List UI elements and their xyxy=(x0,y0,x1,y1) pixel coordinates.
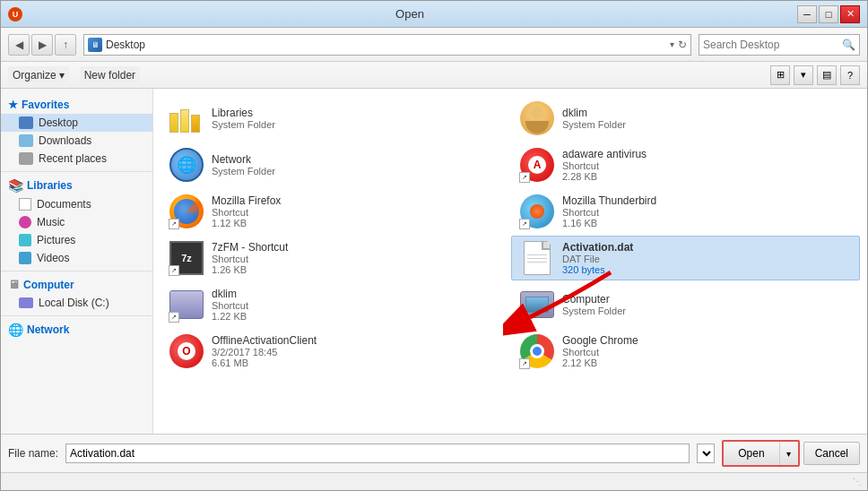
file-size-activation-dat: 320 bytes xyxy=(562,264,852,275)
sidebar-item-local-disk[interactable]: Local Disk (C:) xyxy=(1,294,152,312)
offline-activation-icon: O xyxy=(169,334,204,368)
chrome-shortcut-overlay: ↗ xyxy=(519,358,530,369)
network-icon-sm: 🌐 xyxy=(8,323,23,337)
back-button[interactable]: ◀ xyxy=(8,34,30,56)
adaware-shortcut-overlay: ↗ xyxy=(519,172,530,183)
file-item-activation-dat[interactable]: Activation.dat DAT File 320 bytes xyxy=(511,236,860,280)
close-button[interactable]: ✕ xyxy=(840,5,860,23)
sidebar-divider-1 xyxy=(1,171,152,172)
file-item-thunderbird[interactable]: ↗ Mozilla Thunderbird Shortcut 1.16 KB xyxy=(511,189,860,234)
desktop-folder-icon xyxy=(19,116,33,129)
help-button[interactable]: ? xyxy=(840,65,860,85)
file-size-adaware: 2.28 KB xyxy=(562,171,852,182)
filename-input[interactable] xyxy=(65,444,690,463)
sidebar-item-desktop[interactable]: Desktop xyxy=(1,114,152,132)
file-item-computer[interactable]: Computer System Folder xyxy=(511,282,860,327)
open-button[interactable]: Open xyxy=(724,442,779,465)
open-dropdown-arrow-icon: ▾ xyxy=(786,449,791,459)
address-bar: 🖥 Desktop ▾ ↻ xyxy=(83,34,691,56)
minimize-button[interactable]: ─ xyxy=(797,5,817,23)
recent-places-icon xyxy=(19,152,33,165)
file-grid: Libraries System Folder dklim System xyxy=(161,96,860,374)
file-name-computer: Computer xyxy=(562,293,852,306)
file-name-firefox: Mozilla Firefox xyxy=(212,194,501,207)
view-grid-icon: ⊞ xyxy=(777,69,785,81)
address-icon: 🖥 xyxy=(88,38,102,52)
file-item-dklim-shortcut[interactable]: ↗ dklim Shortcut 1.22 KB xyxy=(161,282,509,327)
file-type-offline: 3/2/2017 18:45 xyxy=(212,347,501,357)
sidebar-item-videos[interactable]: Videos xyxy=(1,249,152,267)
address-dropdown[interactable]: ▾ xyxy=(670,39,674,49)
file-item-dklim-system[interactable]: dklim System Folder xyxy=(511,96,860,141)
downloads-folder-icon xyxy=(19,134,33,147)
sidebar-item-pictures[interactable]: Pictures xyxy=(1,231,152,249)
computer-section: 🖥 Computer Local Disk (C:) xyxy=(1,275,152,312)
dat-file-icon xyxy=(524,241,551,275)
filetype-dropdown[interactable]: ▾ xyxy=(697,444,715,463)
file-item-firefox[interactable]: ↗ Mozilla Firefox Shortcut 1.12 KB xyxy=(161,189,509,234)
title-bar: U Open ─ □ ✕ xyxy=(1,1,867,28)
file-type-computer: System Folder xyxy=(562,306,852,316)
resize-grip[interactable]: ⋱ xyxy=(853,477,864,487)
favorites-header[interactable]: ★ Favorites xyxy=(1,96,152,114)
sidebar-divider-2 xyxy=(1,271,152,271)
videos-icon xyxy=(19,252,31,264)
libraries-icon-sm: 📚 xyxy=(8,178,23,193)
sidebar-item-recent-places[interactable]: Recent places xyxy=(1,150,152,168)
libraries-folder-icon xyxy=(169,104,204,133)
view-dropdown-button[interactable]: ▾ xyxy=(794,65,813,85)
file-name-dklim-shortcut: dklim xyxy=(212,288,501,300)
sidebar-item-documents[interactable]: Documents xyxy=(1,195,152,213)
file-item-libraries[interactable]: Libraries System Folder xyxy=(161,96,509,141)
preview-pane-icon: ▤ xyxy=(822,69,831,81)
new-folder-button[interactable]: New folder xyxy=(80,66,140,84)
preview-pane-button[interactable]: ▤ xyxy=(817,65,837,85)
file-item-7zfm[interactable]: 7z ↗ 7zFM - Shortcut Shortcut 1.26 KB xyxy=(161,236,509,280)
file-name-activation-dat: Activation.dat xyxy=(562,241,852,254)
up-button[interactable]: ↑ xyxy=(55,34,76,56)
file-item-offline[interactable]: O OfflineActivationClient 3/2/2017 18:45… xyxy=(161,329,509,374)
libraries-header[interactable]: 📚 Libraries xyxy=(1,176,152,195)
sidebar-item-downloads[interactable]: Downloads xyxy=(1,132,152,150)
search-box: 🔍 xyxy=(699,34,860,56)
firefox-shortcut-overlay: ↗ xyxy=(169,219,179,229)
main-area: ★ Favorites Desktop Downloads Recent pla… xyxy=(1,89,867,434)
file-type-thunderbird: Shortcut xyxy=(562,207,852,218)
sidebar: ★ Favorites Desktop Downloads Recent pla… xyxy=(1,89,153,434)
music-icon xyxy=(19,216,31,228)
address-text: Desktop xyxy=(106,39,666,51)
file-item-adaware[interactable]: A ↗ adaware antivirus Shortcut 2.28 KB xyxy=(511,142,860,187)
sidebar-divider-3 xyxy=(1,315,152,316)
bottom-bar: File name: ▾ Open ▾ Cancel xyxy=(1,434,867,472)
computer-header[interactable]: 🖥 Computer xyxy=(1,275,152,294)
cancel-button[interactable]: Cancel xyxy=(803,442,860,465)
open-dropdown-button[interactable]: ▾ xyxy=(780,442,798,465)
file-item-chrome[interactable]: ↗ Google Chrome Shortcut 2.12 KB xyxy=(511,329,860,374)
dklim-shortcut-overlay: ↗ xyxy=(169,312,179,323)
content-area: Libraries System Folder dklim System xyxy=(153,89,867,434)
documents-icon xyxy=(19,198,31,211)
view-dropdown-icon: ▾ xyxy=(801,69,806,81)
file-size-chrome: 2.12 KB xyxy=(562,357,852,368)
address-refresh[interactable]: ↻ xyxy=(678,39,687,51)
bottom-buttons: Open ▾ Cancel xyxy=(722,440,860,467)
file-name-dklim-system: dklim xyxy=(562,107,852,119)
sidebar-item-music[interactable]: Music xyxy=(1,213,152,231)
thunderbird-shortcut-overlay: ↗ xyxy=(519,219,530,229)
favorites-section: ★ Favorites Desktop Downloads Recent pla… xyxy=(1,96,152,168)
file-type-7zfm: Shortcut xyxy=(212,254,501,264)
organize-button[interactable]: Organize ▾ xyxy=(8,66,69,84)
open-button-group: Open ▾ xyxy=(722,440,799,467)
view-mode-button[interactable]: ⊞ xyxy=(770,65,790,85)
search-input[interactable] xyxy=(703,39,842,51)
network-globe-icon: 🌐 xyxy=(169,148,204,182)
forward-button[interactable]: ▶ xyxy=(31,34,53,56)
computer-icon-sm: 🖥 xyxy=(8,278,20,291)
file-item-network[interactable]: 🌐 Network System Folder xyxy=(161,142,509,187)
file-size-thunderbird: 1.16 KB xyxy=(562,218,852,228)
7zfm-shortcut-overlay: ↗ xyxy=(169,265,179,276)
libraries-section: 📚 Libraries Documents Music Pictures xyxy=(1,176,152,267)
view-buttons: ⊞ ▾ ▤ ? xyxy=(770,65,860,85)
maximize-button[interactable]: □ xyxy=(819,5,838,23)
network-header[interactable]: 🌐 Network xyxy=(1,320,152,340)
